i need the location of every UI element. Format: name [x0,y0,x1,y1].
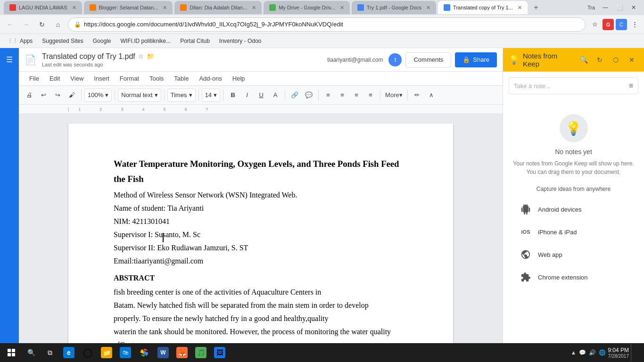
taskbar-notification-icon[interactable]: 💬 [579,349,586,356]
tab-close-5[interactable]: ✕ [426,5,430,11]
toolbar-link-button[interactable]: 🔗 [288,89,301,102]
toolbar-print[interactable]: 🖨 [23,89,36,102]
extension-icon-2[interactable]: C [616,19,627,30]
menu-help[interactable]: Help [228,73,250,84]
tab-3[interactable]: Dilan: Dia Adalah Dilan... ✕ [174,1,262,14]
toolbar-size-select[interactable]: 14 ▾ [202,89,220,102]
share-button[interactable]: 🔒 Share [455,52,497,67]
tab-2[interactable]: Blogger: Selamat Datan... ✕ [84,1,173,14]
menu-edit[interactable]: Edit [45,73,65,84]
menu-insert[interactable]: Insert [89,73,114,84]
maximize-button[interactable]: ⬜ [613,1,626,14]
keep-open-button[interactable]: ⬡ [609,53,622,66]
toolbar-justify[interactable]: ≡ [364,89,377,102]
taskbar-up-icon[interactable]: ▲ [570,349,576,356]
start-button[interactable] [2,343,21,362]
keep-no-notes-desc: Your notes from Google Keep will show up… [512,159,635,176]
toolbar-zoom-select[interactable]: 100% ▾ [84,89,112,102]
user-avatar[interactable]: t [388,53,402,66]
tab-4[interactable]: My Drive - Google Driv... ✕ [264,1,350,14]
menu-dots[interactable]: ⋮ [629,19,640,30]
taskbar-cortana[interactable]: ◯ [79,344,96,361]
menu-file[interactable]: File [25,73,44,84]
taskbar-edge[interactable]: e [60,344,77,361]
taskbar-sys-icons: ▲ 💬 🔊 🌐 [570,349,606,356]
extension-icon-1[interactable]: G [603,19,614,30]
toolbar-font-select[interactable]: Times ▾ [167,89,196,102]
new-tab-button[interactable]: + [529,1,543,14]
menu-table[interactable]: Table [169,73,193,84]
toolbar-italic-button[interactable]: I [240,89,254,102]
toolbar-redo[interactable]: ↪ [51,89,64,102]
keep-close-button[interactable]: ✕ [625,53,638,66]
bookmark-icon[interactable]: ☆ [589,19,601,30]
toolbar-more-button[interactable]: More▾ [383,89,405,102]
tab-close-4[interactable]: ✕ [340,5,344,11]
toolbar-color-button[interactable]: A [269,89,282,102]
bookmark-suggested[interactable]: Suggested Sites [38,37,87,45]
bookmark-portal[interactable]: Portal Citub [176,37,214,45]
tab-close-3[interactable]: ✕ [252,5,256,11]
menu-addons[interactable]: Add-ons [194,73,226,84]
taskbar-search-button[interactable]: 🔍 [23,344,40,361]
menu-format[interactable]: Format [115,73,144,84]
folder-icon[interactable]: 📁 [147,53,154,60]
toolbar-align-left[interactable]: ≡ [322,89,335,102]
menu-tools[interactable]: Tools [145,73,168,84]
toolbar-comment-button[interactable]: 💬 [302,89,315,102]
tab-1[interactable]: LAGU INDIA LAWAS ✕ [4,1,82,14]
keep-refresh-button[interactable]: ↻ [593,53,606,66]
taskbar-app-7[interactable]: 🦊 [173,344,190,361]
taskbar-clock[interactable]: 9:04 PM 7/28/2017 [608,347,629,359]
doc-supervisor1: Supervisor I: Susanto, M. Sc [114,229,408,240]
keep-device-chrome[interactable]: Chrome extension [512,266,635,288]
task-view-button[interactable]: ⧉ [41,344,58,361]
toolbar-spelling-button[interactable]: ∧ [425,89,438,102]
docs-title: Translated copy of Try 1.pdf [42,52,135,61]
keep-device-ios[interactable]: iOS iPhone & iPad [512,221,635,243]
keep-device-web[interactable]: Web app [512,243,635,266]
toolbar-paintformat[interactable]: 🖌 [65,89,78,102]
refresh-button[interactable]: ↻ [36,18,48,31]
tab-close-1[interactable]: ✕ [72,5,76,11]
comments-button[interactable]: Comments [405,52,451,67]
keep-device-android[interactable]: Android devices [512,198,635,221]
taskbar-photos[interactable]: 🖼 [211,344,228,361]
taskbar-app-8[interactable]: 🎵 [192,344,209,361]
toolbar-sep-1 [81,90,82,101]
home-button[interactable]: ⌂ [52,18,64,31]
keep-search-button[interactable]: 🔍 [577,53,590,66]
toolbar-align-right[interactable]: ≡ [350,89,363,102]
sidebar-menu-button[interactable]: ☰ [2,52,17,67]
menu-view[interactable]: View [66,73,88,84]
forward-button[interactable]: → [20,18,32,31]
toolbar-align-center[interactable]: ≡ [336,89,349,102]
docs-content[interactable]: Water Temperature Monitoring, Oxygen Lev… [19,114,503,343]
bookmark-odoo[interactable]: Inventory - Odoo [215,37,265,45]
toolbar-underline-button[interactable]: U [255,89,268,102]
minimize-button[interactable]: — [599,1,612,14]
taskbar-word[interactable]: W [155,344,172,361]
toolbar-pencil-button[interactable]: ✏ [411,89,424,102]
taskbar-network-icon[interactable]: 🌐 [599,349,606,356]
taskbar-explorer[interactable]: 📁 [98,344,115,361]
tab-close-2[interactable]: ✕ [163,5,167,11]
tab-close-6[interactable]: ✕ [518,5,522,11]
back-button[interactable]: ← [4,18,16,31]
close-window-button[interactable]: ✕ [627,1,640,14]
toolbar-bold-button[interactable]: B [226,89,239,102]
bookmark-wifi[interactable]: WIFI.ID politiknike... [116,37,174,45]
tab-5[interactable]: Try 1.pdf - Google Docs ✕ [352,1,436,14]
show-desktop-button[interactable] [631,344,640,361]
keep-note-input[interactable]: Take a note... ≡ [509,77,638,94]
tab-6[interactable]: Translated copy of Try 1... ✕ [438,1,528,14]
star-icon[interactable]: ☆ [138,53,144,60]
taskbar-volume-icon[interactable]: 🔊 [589,349,596,356]
taskbar-chrome[interactable] [136,344,153,361]
url-bar[interactable]: 🔒 https://docs.google.com/document/d/1lv… [68,17,586,32]
toolbar-undo[interactable]: ↩ [37,89,50,102]
bookmark-google[interactable]: Google [89,37,115,45]
bookmark-apps[interactable]: ⋮⋮ Apps [4,37,36,45]
taskbar-store[interactable]: 🛍 [117,344,134,361]
toolbar-style-select[interactable]: Normal text ▾ [118,89,161,102]
